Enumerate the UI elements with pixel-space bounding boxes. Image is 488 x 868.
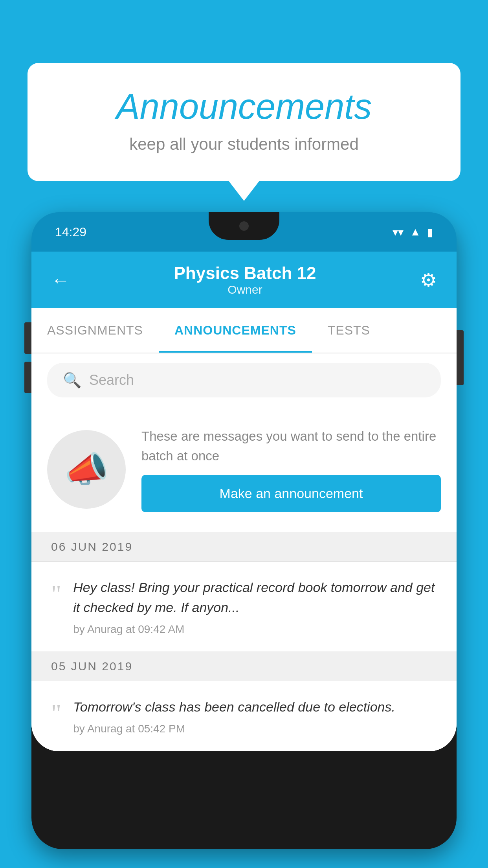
phone-mockup: 14:29 ▾▾ ▲ ▮ ← Physics Batch 12 Owner ⚙ … [31, 212, 457, 868]
tabs-bar: ASSIGNMENTS ANNOUNCEMENTS TESTS [31, 308, 457, 353]
search-bar[interactable]: 🔍 Search [47, 363, 441, 397]
announcement-prompt: 📣 These are messages you want to send to… [31, 407, 457, 532]
megaphone-circle: 📣 [47, 430, 126, 509]
announcement-text-block-1: Hey class! Bring your practical record b… [73, 577, 437, 636]
phone-body: 14:29 ▾▾ ▲ ▮ ← Physics Batch 12 Owner ⚙ … [31, 212, 457, 849]
volume-down-button[interactable] [24, 362, 31, 393]
megaphone-icon: 📣 [64, 449, 108, 490]
announcement-item-1[interactable]: " Hey class! Bring your practical record… [31, 562, 457, 652]
power-button[interactable] [457, 330, 464, 385]
signal-icon: ▲ [410, 226, 421, 238]
status-bar: 14:29 ▾▾ ▲ ▮ [31, 212, 457, 252]
search-container: 🔍 Search [31, 353, 457, 407]
announcement-meta-1: by Anurag at 09:42 AM [73, 623, 437, 636]
speech-bubble: Announcements keep all your students inf… [28, 63, 460, 181]
side-buttons-left [24, 322, 31, 393]
settings-icon[interactable]: ⚙ [420, 269, 437, 291]
phone-screen: 🔍 Search 📣 These are messages you want t… [31, 353, 457, 751]
announcement-item-2[interactable]: " Tomorrow's class has been cancelled du… [31, 681, 457, 751]
battery-icon: ▮ [427, 226, 433, 239]
bubble-title: Announcements [59, 86, 429, 127]
announcement-meta-2: by Anurag at 05:42 PM [73, 723, 437, 735]
bubble-subtitle: keep all your students informed [59, 135, 429, 154]
tab-tests[interactable]: TESTS [312, 308, 386, 353]
app-header: ← Physics Batch 12 Owner ⚙ [31, 252, 457, 308]
tab-assignments[interactable]: ASSIGNMENTS [31, 308, 159, 353]
phone-notch [209, 212, 279, 240]
status-icons: ▾▾ ▲ ▮ [393, 226, 433, 239]
volume-up-button[interactable] [24, 322, 31, 354]
wifi-icon: ▾▾ [393, 226, 404, 239]
status-time: 14:29 [55, 225, 86, 239]
announcement-text-block-2: Tomorrow's class has been cancelled due … [73, 697, 437, 735]
quote-icon-2: " [51, 701, 61, 726]
batch-title: Physics Batch 12 [174, 263, 316, 283]
front-camera [239, 221, 249, 231]
make-announcement-button[interactable]: Make an announcement [141, 475, 441, 512]
prompt-right: These are messages you want to send to t… [141, 427, 441, 512]
header-center: Physics Batch 12 Owner [174, 263, 316, 296]
back-button[interactable]: ← [51, 269, 70, 291]
batch-role: Owner [174, 283, 316, 296]
announcement-message-1: Hey class! Bring your practical record b… [73, 577, 437, 618]
date-separator-2: 05 JUN 2019 [31, 652, 457, 681]
announcement-message-2: Tomorrow's class has been cancelled due … [73, 697, 437, 717]
search-icon: 🔍 [63, 371, 81, 389]
search-placeholder: Search [89, 372, 134, 388]
date-separator-1: 06 JUN 2019 [31, 532, 457, 562]
quote-icon-1: " [51, 581, 61, 607]
prompt-description: These are messages you want to send to t… [141, 427, 441, 465]
speech-bubble-section: Announcements keep all your students inf… [28, 63, 460, 181]
tab-announcements[interactable]: ANNOUNCEMENTS [159, 308, 312, 353]
